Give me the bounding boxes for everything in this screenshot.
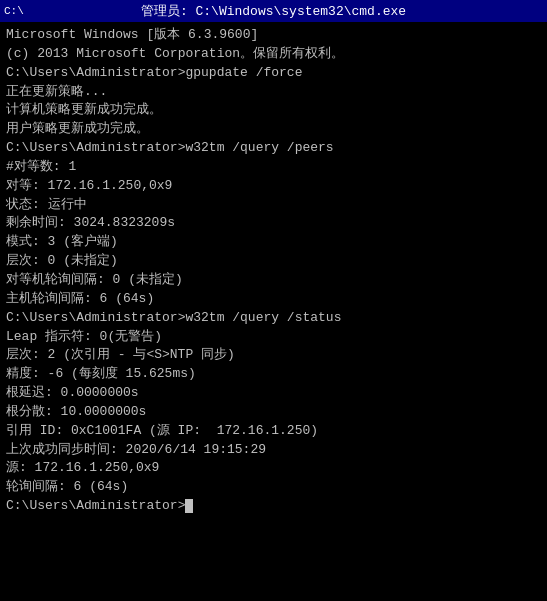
terminal-line: C:\Users\Administrator>gpupdate /force <box>6 64 541 83</box>
terminal-line: Microsoft Windows [版本 6.3.9600] <box>6 26 541 45</box>
terminal-line: 根延迟: 0.0000000s <box>6 384 541 403</box>
terminal-line: 轮询间隔: 6 (64s) <box>6 478 541 497</box>
title-bar-title: 管理员: C:\Windows\system32\cmd.exe <box>141 2 406 20</box>
terminal-line: 主机轮询间隔: 6 (64s) <box>6 290 541 309</box>
terminal-window[interactable]: Microsoft Windows [版本 6.3.9600](c) 2013 … <box>0 22 547 601</box>
terminal-line: 对等机轮询间隔: 0 (未指定) <box>6 271 541 290</box>
terminal-line: 引用 ID: 0xC1001FA (源 IP: 172.16.1.250) <box>6 422 541 441</box>
terminal-line: 状态: 运行中 <box>6 196 541 215</box>
terminal-line: Leap 指示符: 0(无警告) <box>6 328 541 347</box>
terminal-line: 精度: -6 (每刻度 15.625ms) <box>6 365 541 384</box>
terminal-line: 用户策略更新成功完成。 <box>6 120 541 139</box>
title-bar-icon: C:\ <box>4 5 24 17</box>
terminal-line: 根分散: 10.0000000s <box>6 403 541 422</box>
title-bar: C:\ 管理员: C:\Windows\system32\cmd.exe <box>0 0 547 22</box>
terminal-line: 剩余时间: 3024.8323209s <box>6 214 541 233</box>
terminal-line: 计算机策略更新成功完成。 <box>6 101 541 120</box>
cursor <box>185 499 193 513</box>
terminal-line: C:\Users\Administrator> <box>6 497 541 516</box>
terminal-line: 正在更新策略... <box>6 83 541 102</box>
terminal-line: 模式: 3 (客户端) <box>6 233 541 252</box>
terminal-line: C:\Users\Administrator>w32tm /query /pee… <box>6 139 541 158</box>
terminal-line: 对等: 172.16.1.250,0x9 <box>6 177 541 196</box>
terminal-line: 上次成功同步时间: 2020/6/14 19:15:29 <box>6 441 541 460</box>
terminal-line: C:\Users\Administrator>w32tm /query /sta… <box>6 309 541 328</box>
terminal-line: (c) 2013 Microsoft Corporation。保留所有权利。 <box>6 45 541 64</box>
terminal-line: #对等数: 1 <box>6 158 541 177</box>
terminal-line: 层次: 0 (未指定) <box>6 252 541 271</box>
terminal-line: 源: 172.16.1.250,0x9 <box>6 459 541 478</box>
terminal-line: 层次: 2 (次引用 - 与<S>NTP 同步) <box>6 346 541 365</box>
